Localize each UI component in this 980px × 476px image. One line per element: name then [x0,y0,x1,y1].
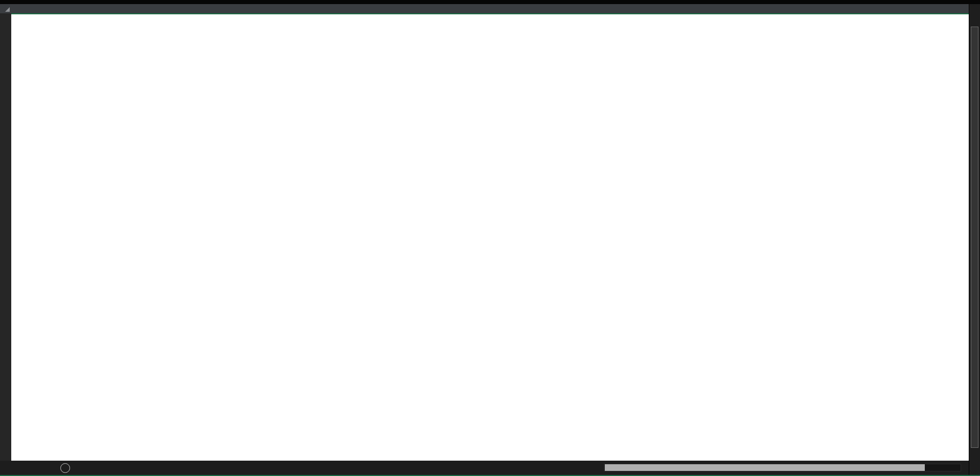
add-sheet-button[interactable] [60,463,70,473]
sheet-nav-left-button[interactable] [7,461,20,475]
vscroll-down-arrow[interactable] [969,455,980,463]
vertical-scrollbar[interactable] [969,4,980,476]
sheet-area [0,0,980,476]
sheet-options-button[interactable] [72,461,82,475]
excel-window [0,0,980,476]
hscroll-left-arrow[interactable] [594,463,603,472]
sheet-nav-right-button[interactable] [20,461,34,475]
sheet-overflow-left-button[interactable] [34,461,46,475]
vertical-scrollbar-thumb[interactable] [971,27,978,448]
vscroll-up-arrow[interactable] [969,13,980,21]
sheet-overflow-right-button[interactable] [46,461,58,475]
horizontal-scrollbar-thumb[interactable] [605,464,925,471]
